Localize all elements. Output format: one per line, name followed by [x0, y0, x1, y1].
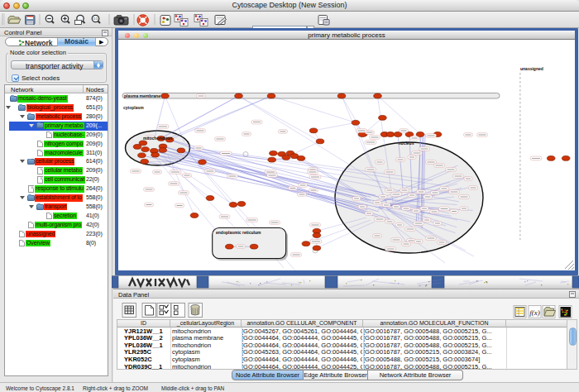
svg-text:plasma membrane: plasma membrane	[124, 93, 160, 98]
svg-text:cytoplasm: cytoplasm	[123, 105, 144, 110]
svg-text:nucleus: nucleus	[399, 141, 414, 146]
svg-text:endoplasmic reticulum: endoplasmic reticulum	[216, 230, 261, 235]
svg-text:f(x): f(x)	[529, 308, 540, 317]
svg-text:1:1: 1:1	[93, 17, 98, 21]
svg-text:mitochondrion: mitochondrion	[143, 136, 172, 141]
svg-text:unassigned: unassigned	[520, 66, 543, 71]
